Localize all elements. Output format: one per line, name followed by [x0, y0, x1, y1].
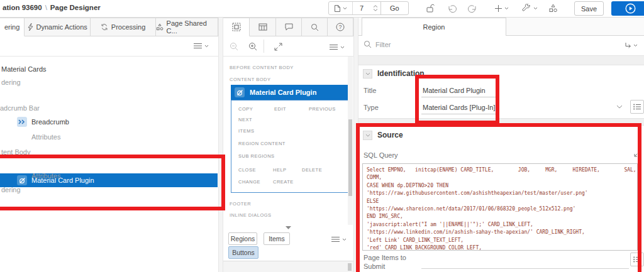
action-region-content[interactable]: REGION CONTENT	[238, 141, 286, 146]
run-page-button[interactable]	[611, 1, 644, 16]
filter-search-icon	[364, 40, 372, 48]
go-to-arrow-icon	[625, 42, 631, 49]
hamburger-menu-icon	[330, 44, 338, 50]
action-edit[interactable]: EDIT	[274, 106, 286, 112]
plus-icon	[495, 5, 502, 12]
shared-components-button[interactable]	[546, 3, 560, 14]
sql-query-editor[interactable]: Select EMPNO, initcap(ENAME) CARD_TITLE,…	[362, 163, 638, 251]
tree-item-attributes-2[interactable]: Attributes	[31, 172, 60, 180]
type-lov-button[interactable]	[630, 100, 644, 114]
zoom-in-button[interactable]	[247, 41, 258, 52]
tree-item-material-cards[interactable]: Material Cards	[1, 65, 47, 73]
title-label: Title	[364, 87, 376, 94]
source-section-title: Source	[377, 131, 403, 139]
redo-button[interactable]	[466, 3, 479, 14]
filter-row: Filter	[358, 36, 644, 55]
tab-grid[interactable]	[250, 18, 276, 36]
chevron-down-icon	[365, 134, 370, 137]
tab-messages[interactable]	[276, 18, 302, 36]
gallery-tab-items[interactable]: Items	[264, 232, 290, 245]
toolbar-divider	[264, 40, 264, 53]
action-close[interactable]: CLOSE	[238, 167, 256, 173]
go-to-group-button[interactable]	[621, 40, 640, 50]
create-menu-button[interactable]	[492, 3, 511, 14]
breadcrumb-app[interactable]: ation 93690	[3, 4, 42, 11]
chevron-down-icon	[504, 7, 509, 10]
action-create[interactable]: CREATE	[273, 179, 294, 185]
list-icon	[633, 256, 641, 263]
page-finder-button[interactable]	[329, 2, 353, 14]
gallery-splitter[interactable]	[223, 225, 353, 230]
tab-region[interactable]: Region	[362, 18, 506, 36]
identification-collapse-button[interactable]	[363, 69, 372, 79]
search-icon	[311, 23, 319, 31]
type-select-underline	[421, 114, 498, 114]
section-divider	[358, 118, 644, 126]
undo-button[interactable]	[445, 3, 458, 14]
tab-dynamic-actions[interactable]: Dynamic Actions	[25, 18, 91, 36]
layout-scrollbar-thumb[interactable]	[348, 119, 352, 196]
list-icon	[633, 104, 641, 110]
left-tab-bar: ering Dynamic Actions Processing Page Sh…	[0, 18, 218, 36]
tab-search[interactable]	[302, 18, 328, 36]
source-collapse-button[interactable]	[363, 131, 372, 140]
gallery-tab-buttons[interactable]: Buttons	[228, 246, 258, 259]
action-sub-regions[interactable]: SUB REGIONS	[238, 153, 275, 159]
sql-query-label: SQL Query	[364, 151, 398, 159]
title-input[interactable]: Material Card Plugin	[423, 87, 486, 94]
page-designer-window: ation 93690\Page Designer 7 Go	[0, 0, 644, 272]
page-number-input[interactable]: 7	[353, 2, 370, 14]
run-play-icon	[625, 3, 636, 14]
action-copy[interactable]: COPY	[238, 106, 253, 112]
tab-layout[interactable]	[223, 18, 250, 36]
action-items[interactable]: ITEMS	[238, 128, 254, 134]
go-button[interactable]: Go	[380, 2, 408, 14]
page-lock-button[interactable]	[424, 3, 436, 14]
tree-item-content-body[interactable]: tent Body	[1, 148, 30, 156]
action-change[interactable]: CHANGE	[238, 179, 260, 185]
hamburger-menu-icon	[194, 43, 202, 49]
action-delete[interactable]: DELETE	[302, 167, 322, 173]
utilities-menu-button[interactable]	[519, 3, 540, 14]
chevron-down-icon	[340, 46, 345, 49]
type-select[interactable]: Material Cards [Plug-In]	[423, 104, 496, 111]
tree-item-attributes-1[interactable]: Attributes	[31, 133, 60, 141]
expand-all-button[interactable]	[272, 41, 284, 52]
code-editor-expand-icon[interactable]	[634, 150, 641, 157]
action-previous[interactable]: PREVIOUS	[309, 106, 336, 112]
tree-item-ordering[interactable]: dering	[1, 79, 21, 86]
page-items-lov-button[interactable]	[630, 253, 644, 266]
tab-help[interactable]: ?	[328, 18, 353, 36]
page-number-stepper[interactable]	[370, 2, 380, 14]
layout-region-material-card-plugin[interactable]: Material Card Plugin	[231, 85, 348, 100]
panel-splitter-left[interactable]	[218, 18, 223, 272]
action-help[interactable]: HELP	[273, 167, 287, 173]
zoom-out-button[interactable]	[228, 41, 240, 52]
panel-splitter-right[interactable]	[353, 18, 358, 272]
gallery-scrollbar-thumb[interactable]	[348, 263, 352, 271]
gallery-tab-regions[interactable]: Regions	[228, 232, 257, 245]
section-divider	[358, 55, 644, 65]
layout-scrollbar[interactable]	[348, 57, 353, 225]
gallery-menu-button[interactable]	[330, 235, 348, 244]
type-select-chevron-icon[interactable]	[616, 105, 623, 109]
tree-item-breadcrumb-bar[interactable]: adcrumb Bar	[0, 104, 40, 112]
slot-content-body: CONTENT BODY	[230, 77, 270, 82]
layout-region-actions-box: COPY EDIT PREVIOUS NEXT ITEMS REGION CON…	[231, 100, 348, 193]
top-toolbar: ation 93690\Page Designer 7 Go	[0, 0, 644, 18]
action-next[interactable]: NEXT	[238, 117, 252, 122]
rendering-panel: ering Dynamic Actions Processing Page Sh…	[0, 18, 218, 272]
tree-item-ordering-2[interactable]: dering	[1, 186, 21, 193]
tab-processing[interactable]: Processing	[91, 18, 156, 36]
tree-item-breadcrumb[interactable]: Breadcrumb	[17, 117, 69, 127]
tab-rendering[interactable]: ering	[0, 18, 25, 36]
layout-menu-button[interactable]	[328, 43, 346, 52]
tab-page-shared-components[interactable]: Page Shared C...	[156, 18, 218, 36]
tree-menu-button[interactable]	[192, 41, 210, 50]
svg-text:?: ?	[338, 24, 341, 30]
slot-inline-dialogs: INLINE DIALOGS	[230, 212, 272, 218]
filter-input[interactable]: Filter	[375, 41, 391, 48]
save-button[interactable]: Save	[574, 1, 604, 16]
type-label: Type	[364, 104, 379, 111]
page-items-input-underline[interactable]	[421, 268, 629, 269]
